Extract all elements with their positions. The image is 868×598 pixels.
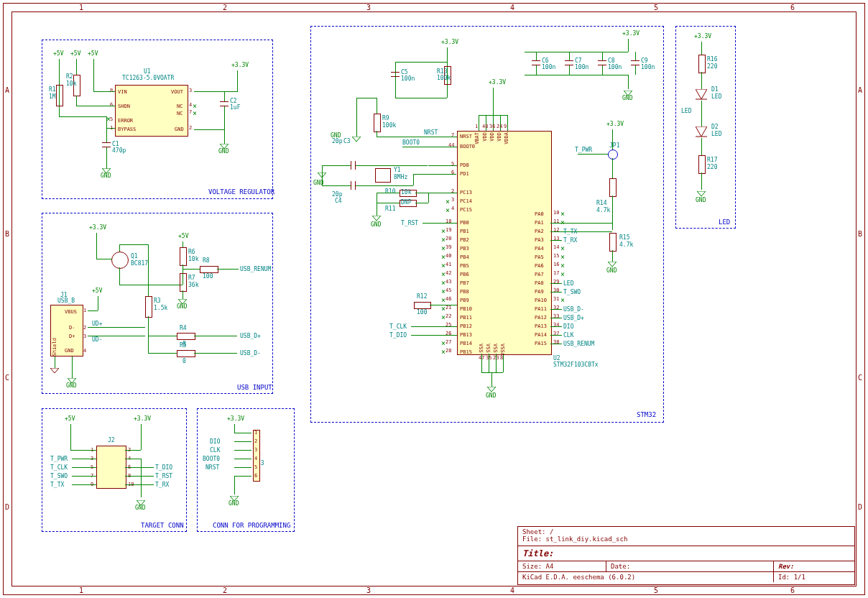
pin-err: ERROR [118,118,133,124]
gnd-icon [102,168,111,174]
pwr-5v: +5V [178,233,188,239]
u1-ref: U1 [144,68,151,75]
ruler-row: C [5,374,9,382]
ruler-col: 5 [654,586,658,594]
block-label-vreg: VOLTAGE REGULATOR [208,188,274,196]
date-label: Date: [606,561,774,571]
ruler-col: 1 [79,586,83,594]
ruler-col: 6 [790,586,795,594]
size-label: Size: A4 [518,561,606,571]
title-block: Sheet: / File: st_link_diy.kicad_sch Tit… [517,526,855,585]
pwr-5v: +5V [88,50,98,57]
ruler-col: 5 [654,4,658,12]
crystal-icon [375,168,391,183]
pwr-33v: +3.3V [231,62,249,68]
pin-vout: VOUT [171,89,183,95]
gen-label: KiCad E.D.A. eeschema (6.0.2) [518,572,774,582]
pin-byp: BYPASS [118,126,136,132]
file-label: File: st_link_diy.kicad_sch [522,535,850,543]
ruler-row: D [858,503,862,511]
ruler-col: 4 [510,586,514,594]
pin-nc: NC [177,104,183,109]
id-label: Id: 1/1 [774,572,854,582]
pwr-5v: +5V [70,50,80,57]
pwr-33v: +3.3V [89,224,106,231]
ruler-col: 2 [223,4,227,12]
ruler-row: B [858,230,862,238]
block-label-usb: USB INPUT [237,384,272,391]
sheet-label: Sheet: / [522,528,850,535]
pwr-5v: +5V [92,288,102,294]
pin-shdn: SHDN [118,104,130,109]
title-label: Title: [518,546,854,561]
pin-vin: VIN [118,89,127,95]
pin-gnd: GND [175,126,184,132]
j2 [96,446,126,489]
ruler-row: C [858,374,862,382]
ruler-row: A [858,86,862,94]
schematic-page: 1 2 3 4 5 6 1 2 3 4 5 6 A B C D A B C D … [0,0,868,598]
ruler-row: D [5,503,9,511]
u1-val: TC1263-5.0VOATR [122,75,174,81]
ruler-col: 2 [223,586,227,594]
ruler-col: 6 [790,4,795,12]
rev-label: Rev: [774,561,854,571]
pin-nc: NC [177,111,183,116]
led-icon [696,89,707,101]
led-icon [696,126,707,138]
ruler-col: 3 [366,4,371,12]
ruler-col: 4 [510,4,514,12]
gnd-icon [220,144,228,150]
pwr-5v: +5V [53,50,63,57]
ruler-col: 3 [366,586,371,594]
ruler-col: 1 [79,4,83,12]
ruler-row: B [5,230,9,238]
ruler-row: A [5,86,9,94]
ic-u2 [457,131,552,355]
transistor-icon [111,252,129,269]
